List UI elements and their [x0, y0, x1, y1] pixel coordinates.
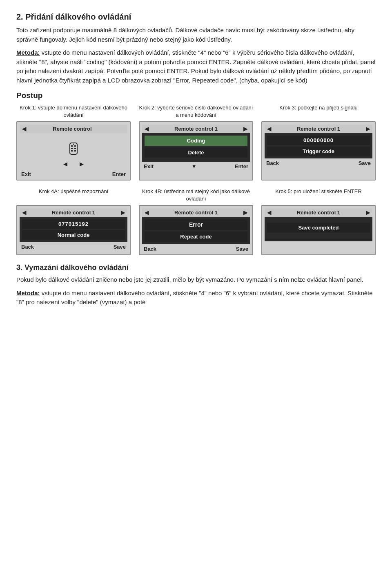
panel-1-exit[interactable]: Exit	[21, 171, 31, 177]
panel-2-updown: ▼	[192, 163, 197, 169]
panels-row-2: ◀ Remote control 1 ▶ 077015192 Normal co…	[16, 205, 376, 255]
panel-5: ◀ Remote control 1 ▶ Error Repeat code B…	[139, 205, 253, 255]
svg-rect-6	[74, 150, 76, 151]
panel-2-delete-btn[interactable]: Delete	[145, 147, 247, 158]
step-label-4a: Krok 4A: úspěšné rozpoznání	[16, 188, 131, 203]
intro-paragraph: Toto zařízení podporuje maximálně 8 dálk…	[16, 26, 376, 44]
panel-1-nav-right[interactable]: ▶	[80, 161, 84, 167]
metoda-paragraph: Metoda: vstupte do menu nastavení dálkov…	[16, 48, 376, 85]
panel-2-left-arrow[interactable]: ◀	[145, 126, 149, 132]
panel-4-normal-label: Normal code	[22, 230, 125, 240]
step-labels-row2: Krok 4A: úspěšné rozpoznání Krok 4B: úst…	[16, 188, 376, 203]
panel-4-header: ◀ Remote control 1 ▶	[20, 208, 127, 217]
panel-4-footer: Back Save	[20, 242, 127, 250]
panel-3-code: 000000000	[267, 136, 370, 145]
section3-para1: Pokud bylo dálkové ovládání zničeno nebo…	[16, 275, 376, 285]
panel-3-back[interactable]: Back	[266, 160, 279, 166]
panel-1-nav: ◀ ▶	[61, 160, 86, 168]
panel-2-footer: Exit ▼ Enter	[142, 162, 250, 169]
panel-6-left-arrow[interactable]: ◀	[267, 209, 271, 216]
panel-6-title: Remote control 1	[297, 209, 340, 216]
panel-5-footer: Back Save	[142, 244, 250, 252]
panel-3-header: ◀ Remote control 1 ▶	[265, 125, 372, 133]
panel-4-left-arrow[interactable]: ◀	[22, 209, 26, 216]
svg-rect-5	[71, 150, 73, 151]
panel-1-title: Remote control	[53, 126, 91, 132]
panel-6-save-completed: Save completed	[267, 223, 370, 233]
panel-5-back[interactable]: Back	[144, 246, 156, 252]
panel-1-footer: Exit Enter	[20, 169, 127, 177]
panel-3-trigger: Trigger code	[267, 147, 370, 156]
panel-5-left-arrow[interactable]: ◀	[145, 209, 149, 216]
panel-2-header: ◀ Remote control 1 ▶	[142, 125, 250, 133]
panel-6: ◀ Remote control 1 ▶ Save completed	[261, 205, 376, 255]
panel-3-title: Remote control 1	[297, 126, 340, 132]
svg-point-7	[73, 143, 74, 145]
section3-metoda-text: vstupte do menu nastavení dálkového ovlá…	[16, 290, 373, 306]
step-label-4b: Krok 4B: ústředna má stejný kód jako dál…	[139, 188, 253, 203]
panel-6-body: Save completed	[265, 217, 372, 241]
panel-3-right-arrow[interactable]: ▶	[366, 126, 370, 132]
step-label-2: Krok 2: vyberte sériové číslo dálkového …	[139, 104, 253, 119]
panel-1-left-arrow[interactable]: ◀	[22, 126, 26, 132]
panel-5-header: ◀ Remote control 1 ▶	[142, 208, 250, 217]
panel-4-title: Remote control 1	[52, 209, 95, 216]
panel-5-repeat: Repeat code	[145, 232, 247, 242]
panel-4-save[interactable]: Save	[114, 244, 126, 250]
postup-label: Postup	[16, 90, 376, 102]
panel-5-right-arrow[interactable]: ▶	[243, 209, 247, 216]
panel-3-save[interactable]: Save	[359, 160, 371, 166]
panel-2-right-arrow[interactable]: ▶	[243, 126, 247, 132]
section3-metoda-paragraph: Metoda: vstupte do menu nastavení dálkov…	[16, 289, 376, 307]
panel-2: ◀ Remote control 1 ▶ Coding Delete Exit …	[139, 121, 253, 180]
panel-4-right-arrow[interactable]: ▶	[121, 209, 125, 216]
step-labels-row1: Krok 1: vstupte do menu nastavení dálkov…	[16, 104, 376, 119]
panel-6-footer	[265, 241, 372, 243]
panel-6-header: ◀ Remote control 1 ▶	[265, 208, 372, 217]
remote-icon	[65, 136, 82, 160]
page-heading: 2. Přidání dálkového ovládání	[16, 12, 376, 22]
svg-rect-4	[74, 148, 76, 149]
svg-rect-3	[71, 148, 73, 149]
panel-1-body: ◀ ▶	[20, 133, 127, 169]
panel-4-body: 077015192 Normal code	[20, 217, 127, 242]
step-label-5: Krok 5: pro uložení stiskněte ENTER	[261, 188, 376, 203]
section3-metoda-label: Metoda:	[16, 290, 40, 296]
panel-3: ◀ Remote control 1 ▶ 000000000 Trigger c…	[261, 121, 376, 180]
panel-3-body: 000000000 Trigger code	[265, 133, 372, 158]
metoda-label: Metoda:	[16, 49, 40, 56]
metoda-text: vstupte do menu nastavení dálkových ovlá…	[16, 49, 375, 84]
svg-rect-2	[74, 145, 76, 147]
panel-3-footer: Back Save	[265, 158, 372, 166]
panel-2-exit[interactable]: Exit	[144, 163, 154, 169]
panel-1-nav-left[interactable]: ◀	[63, 161, 67, 167]
svg-rect-1	[71, 145, 73, 147]
panel-2-coding-btn[interactable]: Coding	[145, 136, 247, 146]
panel-5-save[interactable]: Save	[236, 246, 248, 252]
panel-1: ◀ Remote control ◀ ▶	[16, 121, 131, 180]
panel-2-enter[interactable]: Enter	[235, 163, 248, 169]
panel-4-code: 077015192	[22, 219, 125, 229]
panel-3-left-arrow[interactable]: ◀	[267, 126, 271, 132]
panel-4: ◀ Remote control 1 ▶ 077015192 Normal co…	[16, 205, 131, 255]
panels-row-1: ◀ Remote control ◀ ▶	[16, 121, 376, 180]
panel-5-title: Remote control 1	[174, 209, 218, 216]
panel-5-error: Error	[145, 219, 247, 230]
panel-2-title: Remote control 1	[174, 126, 218, 132]
panel-1-enter[interactable]: Enter	[112, 171, 126, 177]
panel-4-back[interactable]: Back	[21, 244, 34, 250]
step-label-3: Krok 3: počkejte na přijetí signálu	[261, 104, 376, 119]
panel-2-body: Coding Delete	[142, 133, 250, 162]
panel-5-body: Error Repeat code	[142, 217, 250, 244]
section3-heading: 3. Vymazání dálkového ovládání	[16, 263, 376, 272]
panel-1-header: ◀ Remote control	[20, 125, 127, 133]
panel-6-right-arrow[interactable]: ▶	[366, 209, 370, 216]
step-label-1: Krok 1: vstupte do menu nastavení dálkov…	[16, 104, 131, 119]
